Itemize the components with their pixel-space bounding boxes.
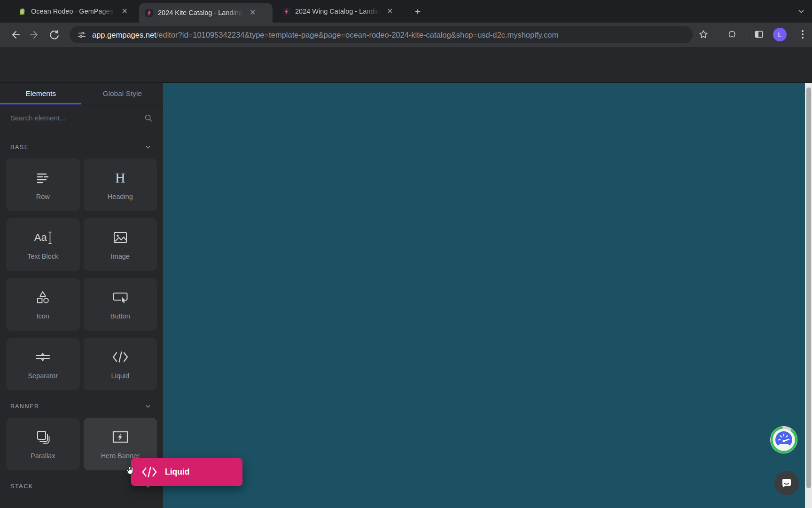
element-card-label: Heading [108, 193, 133, 200]
row-icon [35, 169, 51, 186]
elements-sidebar: Elements Global Style BASE Row H [0, 83, 163, 508]
element-search [0, 104, 163, 131]
browser-profile-avatar[interactable]: L [773, 28, 787, 41]
tab-elements[interactable]: Elements [0, 83, 82, 104]
shopify-bag-icon [18, 7, 27, 16]
toolbar-divider [747, 29, 747, 40]
bookmark-star-icon[interactable] [698, 29, 709, 40]
chevron-down-icon [144, 143, 152, 151]
scrollbar-thumb[interactable] [806, 87, 811, 488]
element-card-button[interactable]: Button [84, 278, 157, 331]
browser-menu-icon[interactable] [797, 29, 808, 40]
tab-elements-label: Elements [25, 89, 56, 98]
image-icon [112, 229, 128, 246]
browser-toolbar: app.gempages.net/editor?id=101095342234&… [0, 23, 812, 47]
tab-search-chevron-icon[interactable] [796, 6, 806, 16]
side-panel-icon[interactable] [754, 29, 764, 40]
reload-icon[interactable] [47, 28, 61, 41]
grab-hand-cursor [124, 464, 137, 478]
code-icon [141, 466, 157, 478]
element-card-label: Parallax [31, 452, 55, 460]
close-icon[interactable]: ✕ [385, 7, 395, 16]
element-card-parallax[interactable]: Parallax [6, 418, 80, 470]
button-icon [112, 289, 128, 306]
tab-title: 2024 Kite Catalog - Landing P [158, 9, 243, 16]
element-card-label: Icon [37, 312, 49, 320]
hero-banner-icon [112, 429, 129, 445]
element-card-label: Text Block [27, 253, 58, 260]
element-card-label: Row [36, 193, 50, 200]
chevron-down-icon [144, 403, 152, 410]
separator-icon [35, 349, 51, 365]
element-card-label: Separator [28, 372, 58, 380]
section-title: BASE [10, 144, 29, 151]
gempages-icon [282, 7, 291, 16]
chat-widget-button[interactable] [774, 471, 799, 495]
tab-global-style[interactable]: Global Style [82, 83, 164, 104]
section-title: STACK [10, 483, 33, 490]
element-card-row[interactable]: Row [6, 159, 80, 211]
code-icon [112, 349, 129, 365]
element-card-label: Button [110, 312, 130, 320]
drag-ghost-liquid[interactable]: Liquid [131, 458, 242, 486]
tab-title: Ocean Rodeo · GemPages Bu [31, 8, 116, 15]
editor-header: Landing Pages 2024 Kite Catalog Library [0, 47, 812, 83]
element-card-image[interactable]: Image [84, 218, 157, 271]
element-card-liquid[interactable]: Liquid [84, 338, 157, 390]
parallax-icon [35, 429, 50, 445]
element-card-label: Liquid [111, 372, 129, 380]
browser-tab-ocean-rodeo[interactable]: Ocean Rodeo · GemPages Bu ✕ [12, 0, 135, 23]
avatar-letter: L [778, 31, 781, 39]
canvas-scrollbar[interactable] [805, 83, 812, 508]
browser-tab-strip: Ocean Rodeo · GemPages Bu ✕ 2024 Kite Ca… [0, 0, 812, 23]
browser-tab-kite-catalog[interactable]: 2024 Kite Catalog - Landing P ✕ [139, 3, 273, 23]
forward-icon[interactable] [28, 28, 41, 41]
section-title: BANNER [10, 403, 39, 410]
element-card-separator[interactable]: Separator [6, 338, 80, 390]
element-card-icon[interactable]: Icon [6, 278, 80, 331]
drag-ghost-label: Liquid [165, 467, 189, 477]
search-icon [144, 113, 153, 122]
tab-title: 2024 Wing Catalog - Landing [295, 8, 381, 15]
site-info-icon[interactable] [77, 30, 86, 40]
section-banner-header[interactable]: BANNER [0, 400, 163, 413]
url-path: /editor?id=101095342234&type=template-pa… [156, 31, 559, 40]
browser-tab-wing-catalog[interactable]: 2024 Wing Catalog - Landing ✕ [276, 0, 404, 23]
element-card-text-block[interactable]: Aa Text Block [6, 218, 80, 271]
element-card-label: Image [111, 253, 130, 260]
search-input[interactable] [10, 114, 144, 122]
back-icon[interactable] [8, 28, 22, 41]
section-base-header[interactable]: BASE [0, 141, 163, 153]
close-icon[interactable]: ✕ [248, 8, 258, 17]
tab-global-style-label: Global Style [102, 89, 142, 98]
close-icon[interactable]: ✕ [120, 7, 130, 16]
url-domain: app.gempages.net [92, 31, 156, 40]
chat-bubble-icon [781, 477, 793, 489]
element-card-heading[interactable]: H Heading [84, 159, 157, 211]
address-bar[interactable]: app.gempages.net/editor?id=101095342234&… [70, 26, 693, 43]
page-speed-badge[interactable] [769, 425, 798, 454]
shapes-icon [35, 289, 50, 306]
gempages-icon [145, 8, 154, 17]
editor-canvas[interactable] [163, 83, 805, 508]
new-tab-button[interactable]: + [412, 6, 424, 18]
extensions-puzzle-icon[interactable] [726, 29, 737, 40]
heading-icon: H [115, 169, 125, 186]
text-block-icon: Aa [34, 229, 52, 246]
